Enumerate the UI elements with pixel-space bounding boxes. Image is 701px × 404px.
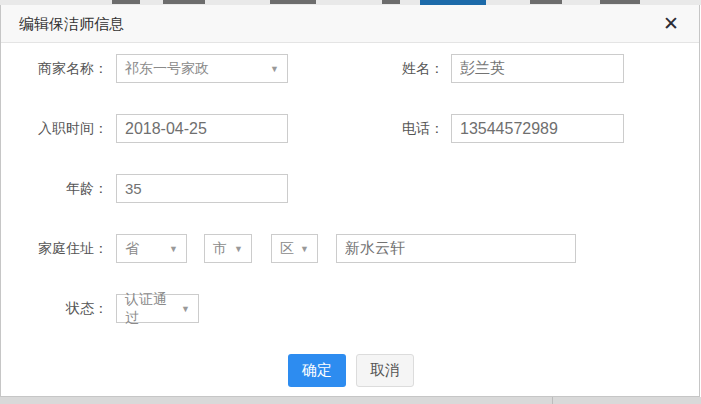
address-detail-input[interactable] — [336, 234, 576, 263]
merchant-label: 商家名称： — [1, 54, 108, 82]
background-text-fragment — [600, 0, 640, 4]
merchant-select-value: 祁东一号家政 — [125, 60, 209, 78]
dialog-title: 编辑保洁师信息 — [1, 5, 124, 43]
city-select-value: 市 — [213, 240, 227, 258]
phone-label: 电话： — [341, 114, 444, 142]
background-text-fragment — [163, 0, 205, 4]
district-select-value: 区 — [280, 240, 294, 258]
age-input[interactable] — [116, 174, 288, 203]
address-label: 家庭住址： — [1, 234, 108, 262]
status-select[interactable]: 认证通过 ▼ — [116, 294, 199, 323]
phone-input[interactable] — [451, 114, 624, 143]
chevron-down-icon: ▼ — [181, 304, 190, 314]
background-text-fragment — [382, 0, 400, 4]
edit-cleaner-dialog: 编辑保洁师信息 ✕ 商家名称： 祁东一号家政 ▼ 姓名： 入职时间： 电话： 年… — [0, 5, 700, 397]
entry-date-input[interactable] — [116, 114, 288, 143]
background-table-divider — [552, 397, 553, 404]
dialog-body: 商家名称： 祁东一号家政 ▼ 姓名： 入职时间： 电话： 年龄： 家庭住址： 省… — [1, 43, 699, 396]
age-label: 年龄： — [1, 174, 108, 202]
chevron-down-icon: ▼ — [270, 64, 279, 74]
district-select[interactable]: 区 ▼ — [271, 234, 318, 263]
confirm-button[interactable]: 确定 — [288, 354, 346, 387]
status-select-value: 认证通过 — [125, 291, 177, 327]
merchant-select[interactable]: 祁东一号家政 ▼ — [116, 54, 288, 83]
screen: 编辑保洁师信息 ✕ 商家名称： 祁东一号家政 ▼ 姓名： 入职时间： 电话： 年… — [0, 0, 701, 404]
name-label: 姓名： — [341, 54, 444, 82]
status-label: 状态： — [1, 294, 108, 322]
background-bottom-strip — [0, 397, 701, 404]
close-icon[interactable]: ✕ — [663, 12, 679, 36]
background-text-fragment — [112, 0, 140, 4]
dialog-header: 编辑保洁师信息 ✕ — [1, 5, 699, 43]
chevron-down-icon: ▼ — [300, 244, 309, 254]
background-text-fragment — [530, 0, 562, 4]
province-select[interactable]: 省 ▼ — [116, 234, 187, 263]
city-select[interactable]: 市 ▼ — [204, 234, 252, 263]
name-input[interactable] — [451, 54, 624, 83]
background-text-fragment — [270, 0, 316, 4]
chevron-down-icon: ▼ — [234, 244, 243, 254]
chevron-down-icon: ▼ — [169, 244, 178, 254]
province-select-value: 省 — [125, 240, 139, 258]
entry-date-label: 入职时间： — [1, 114, 108, 142]
cancel-button[interactable]: 取消 — [356, 354, 414, 387]
